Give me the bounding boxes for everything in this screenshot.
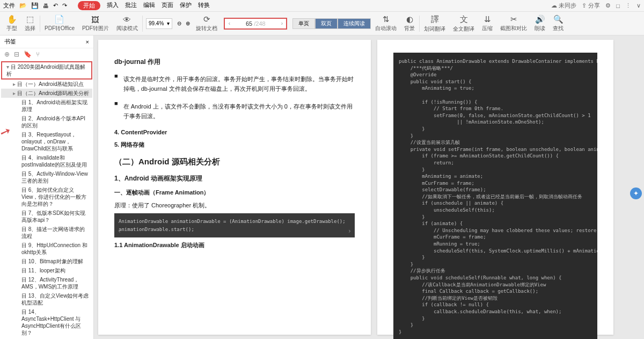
zoom-out-icon[interactable]: ⊖ (175, 20, 183, 26)
tool-find[interactable]: 🔍查找 (550, 15, 567, 32)
bookmark-item[interactable]: 目 12、ActivityThread，AMS，WMS的工作原理 (1, 275, 92, 291)
heading-5: 5. 网络存储 (114, 140, 355, 150)
bookmark-item[interactable]: 目 2、Android各个版本API的区别 (1, 114, 92, 130)
bookmark-item[interactable]: 目 13、自定义View如何考虑机型适配 (1, 291, 92, 307)
more-icon[interactable]: ⋮ (625, 2, 631, 9)
code-snippet-small: AnimationDrawable animationDrawable = (A… (114, 213, 355, 237)
heading-4: 4. ContentProvider (114, 128, 355, 138)
next-page-icon[interactable]: › (277, 20, 286, 26)
tool-readmode[interactable]: 👁阅读模式 (113, 15, 141, 32)
page-input[interactable]: ‹ 65 /248 › (224, 18, 287, 30)
page-right: public class AnimationDrawable extends D… (377, 40, 613, 335)
print-icon[interactable]: 🖶 (43, 3, 49, 9)
bookmark-item[interactable]: ▸目（一）Android基础知识点 (1, 80, 92, 89)
sidebar-title: 书签 (4, 38, 16, 46)
bookmark-item[interactable]: 目 3、Requestlayout，onlayout，onDraw，DrawCh… (1, 130, 92, 153)
heading-1-anim: 1、Android 动画框架实现原理 (114, 174, 355, 184)
minimize-icon[interactable]: □ (616, 3, 620, 9)
heading-1-1: 1.1 AnimationDrawable 启动动画 (114, 241, 355, 250)
para-dbjournal-1: 该文件是临时文件，用于事务的回滚。事务开始时产生，事务结束时删除。当事务开始时掉… (123, 75, 355, 93)
bookmark-root[interactable]: ▾目 2020美团Android面试真题解析 (1, 61, 92, 80)
heading-section-2: （二）Android 源码相关分析 (114, 155, 355, 168)
bookmark-item[interactable]: 目 6、如何优化自定义View，你进行优化的一般方向是怎样的？ (1, 185, 92, 208)
tool-select[interactable]: ⬚选择 (21, 15, 39, 32)
add-bookmark-icon[interactable]: ⊕ (4, 51, 10, 58)
chevron-down-icon[interactable]: ∨ (636, 2, 641, 9)
bookmark-item[interactable]: 目 4、invalidate和postInvalidate的区别及使用 (1, 153, 92, 169)
tool-hand[interactable]: ✋手型 (3, 15, 20, 32)
para-dbjournal-2: 在 Android 上，该文件不会删除，当没有事务时该文件大小为 0，存在事务时… (123, 102, 355, 121)
bookmark2-icon[interactable]: ⑂ (36, 51, 40, 58)
file-menu[interactable]: 文件 (3, 2, 15, 10)
prev-page-icon[interactable]: ‹ (225, 20, 233, 26)
tool-crop[interactable]: ✂截图和对比 (497, 15, 530, 32)
close-icon[interactable]: × (86, 39, 89, 45)
collapse-icon[interactable]: ⊟ (14, 51, 19, 58)
bookmark-item[interactable]: 目 10、Bitmap对象的理解 (1, 257, 92, 266)
bookmark-item[interactable]: 目 8、描述一次网络请求的流程 (1, 225, 92, 241)
bookmark-item[interactable]: ▸目（二）Android源码相关分析 (1, 89, 92, 98)
bookmark-item[interactable]: 目 5、Activity-Window-View三者的差别 (1, 169, 92, 185)
heading-frame-anim: 一、逐帧动画（Frame Animation） (114, 188, 355, 198)
heading-db-journal: db-journal 作用 (114, 57, 355, 67)
tab-page[interactable]: 页面 (162, 1, 173, 10)
tab-edit[interactable]: 编辑 (143, 1, 155, 10)
tool-compress[interactable]: ⇊压缩 (479, 15, 496, 32)
view-single[interactable]: 单页 (292, 18, 315, 29)
bookmark-icon[interactable]: 🔖 (24, 51, 32, 58)
bookmark-item[interactable]: 目 1、Android动画框架实现原理 (1, 98, 92, 114)
zoom-level[interactable]: 99.4%▾ (146, 18, 172, 29)
tool-autoscroll[interactable]: ⇅自动滚动 (372, 15, 400, 32)
code-snippet-large: public class AnimationDrawable extends D… (393, 53, 597, 339)
tool-fulltrans[interactable]: 文全文翻译 (450, 15, 478, 33)
open-icon[interactable]: 📂 (19, 2, 27, 9)
view-continuous[interactable]: 连续阅读 (338, 18, 371, 29)
bookmark-item[interactable]: 目 11、looper架构 (1, 266, 92, 275)
tool-transdoc[interactable]: 譯划词翻译 (421, 15, 449, 33)
tab-insert[interactable]: 插入 (107, 1, 119, 10)
view-double[interactable]: 双页 (315, 18, 338, 29)
tool-bg[interactable]: ◐背景 (401, 15, 418, 32)
tab-start[interactable]: 开始 (78, 1, 100, 10)
page-left: db-journal 作用 ■该文件是临时文件，用于事务的回滚。事务开始时产生，… (98, 40, 371, 335)
para-principle: 原理：使用了 Choreographer 机制。 (114, 201, 355, 211)
bookmark-item[interactable]: 目 7、低版本SDK如何实现高版本api？ (1, 208, 92, 225)
undo-icon[interactable]: ↶ (53, 2, 58, 9)
redo-icon[interactable]: ↷ (62, 2, 67, 9)
tool-rotate[interactable]: ⟳旋转文档 (193, 15, 221, 32)
save-icon[interactable]: 💾 (31, 2, 39, 9)
float-help-icon[interactable]: ✦ (630, 187, 642, 199)
tab-annotate[interactable]: 批注 (125, 1, 137, 10)
settings-icon[interactable]: ⚙ (605, 2, 611, 9)
tab-protect[interactable]: 保护 (180, 1, 192, 10)
bookmark-item[interactable]: 目 14、AsyncTask+HttpClient 与 AsyncHttpCli… (1, 307, 92, 337)
share-button[interactable]: ⇪ 分享 (582, 2, 600, 10)
bookmark-item[interactable]: 目 9、HttpUrlConnection 和 okhttp关系 (1, 241, 92, 257)
sync-status[interactable]: ☁ 未同步 (551, 2, 576, 10)
zoom-in-icon[interactable]: ⊕ (184, 20, 192, 26)
tool-read[interactable]: 🔊朗读 (531, 15, 548, 32)
tab-convert[interactable]: 转换 (198, 1, 210, 10)
tool-pdfoffice[interactable]: 📄PDF转Office (41, 15, 78, 32)
tool-pdfimg[interactable]: 🖼PDF转图片 (79, 15, 112, 32)
